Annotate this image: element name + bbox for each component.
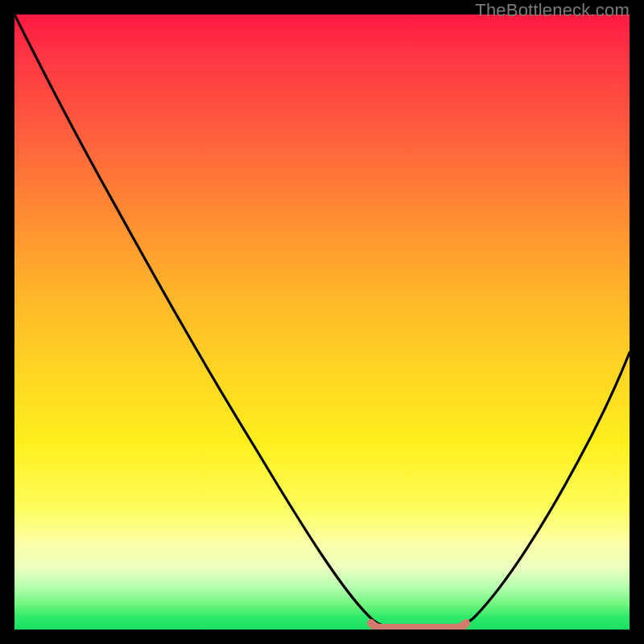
plot-area <box>14 14 630 630</box>
flat-min-segment <box>371 623 466 628</box>
chart-container: TheBottleneck.com <box>0 0 644 644</box>
watermark-text: TheBottleneck.com <box>475 0 630 21</box>
curve-layer <box>14 14 630 630</box>
bottleneck-curve <box>14 14 630 627</box>
